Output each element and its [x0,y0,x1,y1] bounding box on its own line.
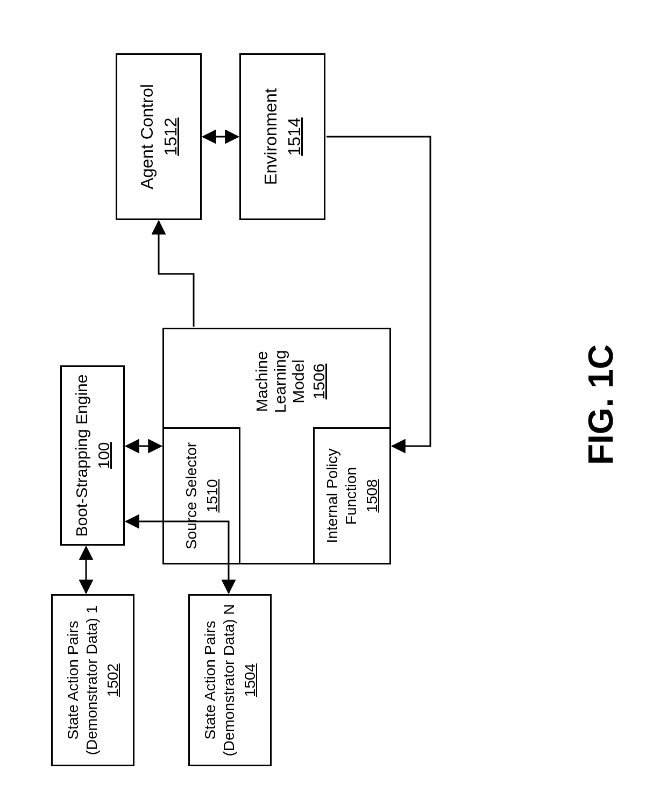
diagram-canvas: State Action Pairs(Demonstrator Data) 1 … [0,0,667,812]
figure-label: FIG. 1C [581,344,621,465]
edge-sapN-boot [126,521,229,593]
connectors [0,0,667,812]
edge-env-ml [327,137,430,446]
edge-ml-agent [159,221,194,327]
